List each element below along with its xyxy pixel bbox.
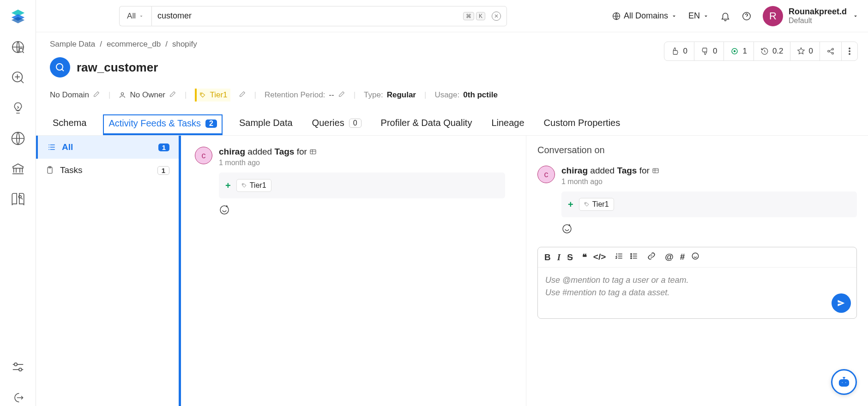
user-name: Rounakpreet.d [789,7,847,17]
tab-activity-feeds[interactable]: Activity Feeds & Tasks2 [103,114,223,135]
user-menu[interactable]: R Rounakpreet.d Default [763,6,859,26]
edit-tier-button[interactable] [239,90,246,100]
tab-schema[interactable]: Schema [50,114,89,135]
tab-custom-props[interactable]: Custom Properties [541,114,623,135]
search-scope-dropdown[interactable]: All [119,6,151,26]
svg-point-5 [14,363,17,366]
breadcrumb-link[interactable]: ecommerce_db [107,40,161,49]
chevron-down-icon [139,13,144,19]
bold-button[interactable]: B [544,252,551,263]
convo-headline: chirag added Tags for [561,166,857,176]
star-button[interactable]: 0 [790,42,820,60]
svg-point-23 [242,184,243,185]
svg-rect-32 [839,380,849,386]
unordered-list-button[interactable] [630,252,638,263]
notifications-button[interactable] [720,11,730,21]
hashtag-button[interactable]: # [680,252,685,263]
kbd-cmd: ⌘ [463,12,474,20]
breadcrumb-link[interactable]: Sample Data [50,40,95,49]
emoji-button[interactable] [691,252,699,263]
version-button[interactable]: 0.2 [754,42,790,60]
quote-button[interactable]: ❝ [582,252,587,263]
user-role: Default [789,17,847,25]
usage-label: Usage: [434,90,459,100]
chevron-down-icon [703,13,709,19]
chevron-down-icon [671,13,677,19]
editor-textarea[interactable]: Use @mention to tag a user or a team. Us… [538,268,856,318]
app-logo[interactable] [9,7,27,25]
bot-icon [837,375,851,389]
plus-icon: + [568,199,573,210]
upvote-button[interactable]: 0 [664,42,694,60]
tag-icon [584,202,590,207]
globe-icon [612,12,621,21]
svg-rect-25 [653,168,658,173]
help-button[interactable] [741,11,752,21]
ordered-list-button[interactable] [615,252,623,263]
svg-point-30 [631,257,632,258]
feed-tag-box: + Tier1 [219,173,505,198]
tab-queries[interactable]: Queries0 [309,114,364,135]
owner-value: No Owner [130,90,165,100]
governance-icon[interactable] [10,161,26,177]
settings-icon[interactable] [10,359,26,376]
downvote-button[interactable]: 0 [694,42,724,60]
tab-sample-data[interactable]: Sample Data [236,114,295,135]
domains-dropdown[interactable]: All Domains [612,11,677,21]
editor-placeholder: Use @mention to tag a user or a team. Us… [545,274,849,299]
tag-chip: Tier1 [579,198,614,211]
table-icon [309,148,317,155]
link-button[interactable] [647,252,656,263]
edit-owner-button[interactable] [169,90,176,100]
code-button[interactable]: </> [593,252,606,263]
svg-point-19 [201,94,202,95]
add-reaction-button[interactable] [561,223,857,236]
sidenav-all[interactable]: All 1 [36,136,179,159]
svg-point-29 [631,256,632,257]
tests-button[interactable]: 1 [724,42,753,60]
chat-assistant-button[interactable] [831,369,857,395]
add-reaction-button[interactable] [219,204,505,217]
send-button[interactable] [832,293,851,313]
usage-value: 0th pctile [463,90,498,100]
svg-point-26 [585,203,586,204]
sidenav-tasks[interactable]: Tasks 1 [36,159,179,182]
edit-retention-button[interactable] [338,90,345,100]
svg-rect-22 [310,149,316,154]
edit-domain-button[interactable] [93,90,100,100]
svg-point-11 [734,51,735,52]
more-button[interactable] [842,42,857,60]
type-value: Regular [387,90,416,100]
breadcrumb-link[interactable]: shopify [172,40,197,49]
insights-icon[interactable] [10,100,26,116]
search-input[interactable] [157,11,461,21]
search-nav-icon[interactable] [10,69,26,86]
tab-lineage[interactable]: Lineage [488,114,527,135]
feed-sidenav: All 1 Tasks 1 [36,136,179,406]
list-icon [47,143,56,152]
tabs: Schema Activity Feeds & Tasks2 Sample Da… [36,106,868,136]
italic-button[interactable]: I [557,252,561,263]
tier-pill: Tier1 [195,89,230,102]
target-icon [730,47,739,55]
type-label: Type: [364,90,383,100]
globe-icon[interactable] [10,130,26,147]
share-button[interactable] [820,42,842,60]
glossary-icon[interactable] [10,191,26,208]
clear-search-icon[interactable]: ✕ [492,12,501,21]
mention-button[interactable]: @ [665,252,674,263]
feed-headline: chirag added Tags for [219,147,505,157]
strike-button[interactable]: S [567,252,573,263]
conversation-panel: Conversation on c chirag added Tags for … [526,136,868,406]
table-icon [652,167,659,174]
logout-icon[interactable] [10,389,26,406]
svg-point-18 [121,93,124,95]
help-icon [741,11,752,21]
tab-profiler[interactable]: Profiler & Data Quality [378,114,475,135]
language-dropdown[interactable]: EN [688,11,709,21]
retention-label: Retention Period: [265,90,325,100]
explore-icon[interactable] [10,39,26,55]
convo-avatar: c [537,166,555,183]
user-avatar: R [763,6,783,26]
svg-point-27 [563,225,571,233]
